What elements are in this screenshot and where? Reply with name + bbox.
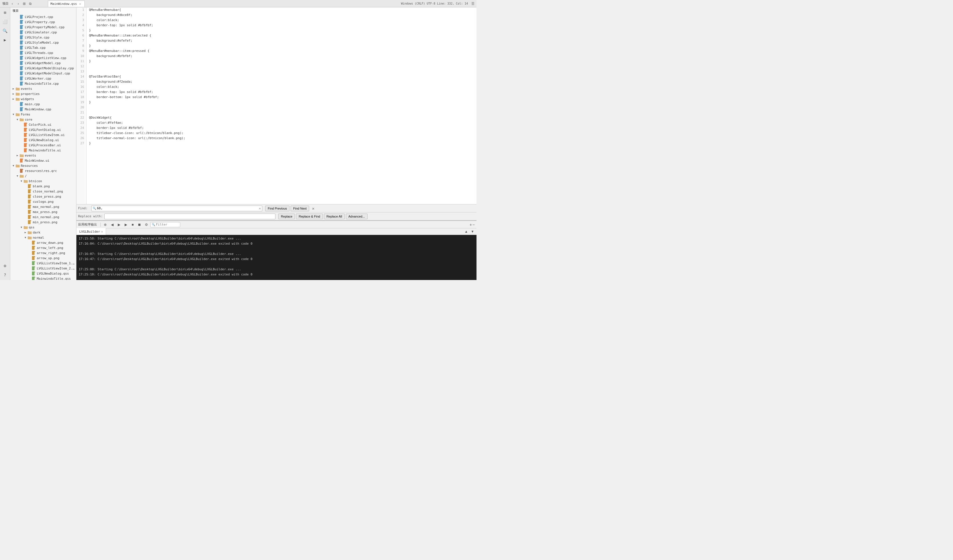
tree-item[interactable]: min_normal.png [10,214,76,220]
layout-btn[interactable]: ⧉ [28,1,33,6]
tree-label: min_normal.png [33,215,76,219]
tree-item[interactable]: LVGLSimulator.cpp [10,29,76,35]
activity-icon-grid[interactable]: ⊞ [1,9,9,17]
code-content[interactable]: QMenuBar#menubar{ background:#dbce8f; co… [87,8,476,204]
tree-item[interactable]: LVGLWidgetModelInput.cpp [10,71,76,76]
stop2-btn[interactable]: ⏹ [137,222,142,227]
find-close-icon[interactable]: ✕ [312,206,314,211]
tree-item[interactable]: arrow_down.png [10,240,76,245]
code-editor[interactable]: 1234567891011121314151617181920212223242… [76,8,476,204]
find-input[interactable] [97,206,259,210]
activity-icon-search[interactable]: 🔍 [1,27,9,35]
activity-icon-gear[interactable]: ⚙ [1,262,9,270]
svg-marker-9 [23,36,23,36]
find-clear-icon[interactable]: ✕ [259,206,261,211]
svg-rect-10 [20,40,23,45]
tree-item[interactable]: LVGLPropertyModel.cpp [10,25,76,29]
tree-item[interactable]: MainWindow.ui [10,158,76,163]
tree-item[interactable]: LVGLNewDialog.qss [10,271,76,276]
replace-all-button[interactable]: Replace All [324,214,345,219]
activity-icon-files[interactable]: ⬜ [1,18,9,26]
find-previous-button[interactable]: Find Previous [265,206,289,211]
tree-item[interactable]: ▼Resources [10,163,76,168]
tab-close-icon[interactable]: ✕ [78,2,82,6]
tree-item[interactable]: cuslogo.png [10,199,76,204]
play-btn[interactable]: ▶ [123,222,129,227]
output-scroll-up-btn[interactable]: ▲ [463,229,469,234]
tree-item[interactable]: min_press.png [10,220,76,225]
tree-item[interactable]: ▼Forms [10,112,76,117]
folder-icon [19,174,24,178]
tree-item[interactable]: ColorPick.ui [10,122,76,127]
tree-item[interactable]: MainwindoTitle.ui [10,148,76,153]
svg-rect-74 [28,205,31,209]
tree-item[interactable]: MainwindoTitle.qss [10,276,76,280]
tree-item[interactable]: LVGLListViewItem.ui [10,132,76,137]
tree-item[interactable]: ▼btnicon [10,178,76,184]
replace-button[interactable]: Replace [278,214,295,219]
tree-item[interactable]: ▼qss [10,225,76,230]
tree-item[interactable]: LVGLProcessBar.ui [10,143,76,148]
tree-item[interactable]: LVGLWorker.cpp [10,76,76,81]
tree-item[interactable]: ▶events [10,86,76,91]
output-scroll-down-btn[interactable]: ▼ [470,229,475,234]
tree-item[interactable]: blank.png [10,184,76,189]
tree-item[interactable]: max_normal.png [10,204,76,209]
tree-item[interactable]: LVGLWidgetModelDisplay.cpp [10,65,76,71]
run-btn[interactable]: ⊕ [102,222,108,227]
advanced-button[interactable]: Advanced... [346,214,368,219]
tree-item[interactable]: arrow_left.png [10,245,76,250]
nav-forward-btn[interactable]: › [16,1,21,6]
tree-item[interactable]: ▶widgets [10,96,76,101]
pause-next-btn[interactable]: ▶ [116,222,122,227]
find-next-button[interactable]: Find Next [290,206,309,211]
nav-back-btn[interactable]: ‹ [10,1,15,6]
tree-item[interactable]: MainWindow.cpp [10,107,76,112]
tree-item[interactable]: LVGLWidgetListView.cpp [10,55,76,60]
activity-icon-help[interactable]: ? [1,271,9,279]
split-view-btn[interactable]: ⊞ [22,1,27,6]
tree-item[interactable]: main.cpp [10,101,76,107]
tree-item[interactable]: close_normal.png [10,189,76,194]
output-tab-lvglbuilder[interactable]: LVGLBuilder ✕ [76,228,106,235]
main-layout: ⊞ ⬜ 🔍 ▶ ⚙ ? 项目 LVGLProject.cppLVGLProper… [0,8,476,280]
tree-item[interactable]: LVGLStyleModel.cpp [10,40,76,45]
settings2-btn[interactable]: ⚙ [143,222,149,227]
replace-and-find-button[interactable]: Replace & Find [296,214,323,219]
replace-input[interactable] [106,214,274,218]
tree-arrow-icon: ▼ [11,164,16,167]
stop-btn[interactable]: ■ [130,222,135,227]
tree-item[interactable]: ▶dark [10,230,76,235]
tree-item[interactable]: arrow_right.png [10,250,76,256]
svg-rect-48 [24,138,26,142]
settings-icon[interactable]: ☰ [470,1,475,6]
tree-item[interactable]: LVGLListViewItem_1.qss [10,261,76,266]
zoom-in-btn[interactable]: + [470,222,472,227]
zoom-out-btn[interactable]: − [472,222,475,227]
tree-item[interactable]: LVGLProject.cpp [10,14,76,19]
tab-mainwindow-qss[interactable]: MainWindow.qss ✕ [48,1,85,7]
tree-item[interactable]: resources\res.qrc [10,168,76,173]
tree-item[interactable]: LVGLNewDialog.ui [10,137,76,143]
tree-item[interactable]: ▼core [10,117,76,122]
tree-item[interactable]: LVGLFontDialog.ui [10,127,76,132]
tree-item[interactable]: LVGLStyle.cpp [10,35,76,40]
tree-item[interactable]: LVGLTab.cpp [10,45,76,50]
tree-item[interactable]: LVGLThreads.cpp [10,50,76,55]
tree-item[interactable]: LVGLListViewItem_2.qss [10,266,76,271]
tree-item[interactable]: close_press.png [10,194,76,199]
output-tab-close-icon[interactable]: ✕ [101,230,103,233]
tree-item[interactable]: MainwindoTitle.cpp [10,81,76,86]
tree-item[interactable]: ▼normal [10,235,76,240]
tree-item[interactable]: max_press.png [10,209,76,214]
filter-input[interactable] [156,223,179,226]
tree-item[interactable]: LVGLProperty.cpp [10,19,76,25]
activity-icon-run[interactable]: ▶ [1,36,9,44]
output-panel[interactable]: 17:15:58: Starting C:\Users\root\Desktop… [76,235,476,280]
tree-item[interactable]: ▶properties [10,91,76,96]
tree-item[interactable]: arrow_up.png [10,256,76,261]
pause-prev-btn[interactable]: ◀ [109,222,115,227]
tree-item[interactable]: ▶events [10,153,76,158]
tree-item[interactable]: ▼/ [10,173,76,178]
tree-item[interactable]: LVGLWidgetModel.cpp [10,60,76,65]
